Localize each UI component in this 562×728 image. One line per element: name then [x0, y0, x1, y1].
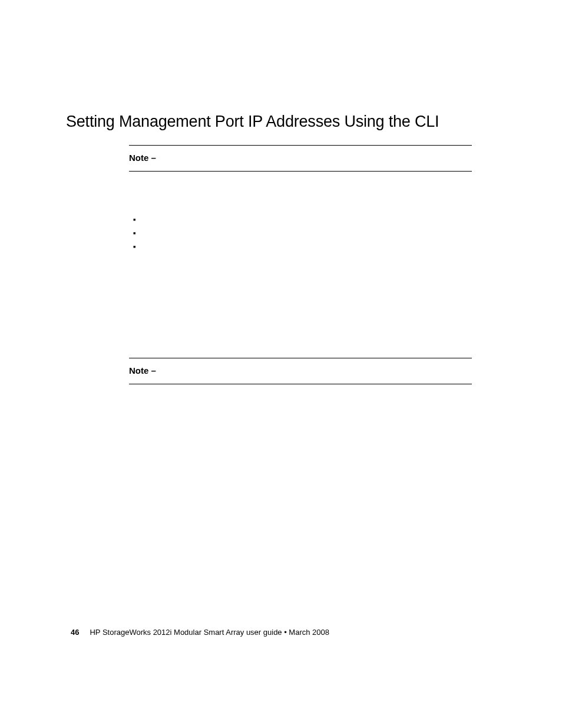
note-label-1: Note –: [129, 153, 472, 163]
bullet-item: [133, 241, 135, 255]
page-footer: 46HP StorageWorks 2012i Modular Smart Ar…: [71, 628, 329, 637]
page-heading: Setting Management Port IP Addresses Usi…: [66, 113, 439, 131]
note-rule-bottom: [129, 171, 472, 172]
page-number: 46: [71, 628, 79, 637]
bullet-item: [133, 214, 135, 228]
bullet-list: [133, 214, 135, 255]
note-rule-top: [129, 145, 472, 146]
note-rule-top: [129, 358, 472, 358]
note-block-1: Note –: [129, 145, 472, 172]
note-block-2: Note –: [129, 358, 472, 384]
note-rule-bottom: [129, 384, 472, 384]
note-label-2: Note –: [129, 365, 472, 375]
footer-text: HP StorageWorks 2012i Modular Smart Arra…: [90, 628, 329, 637]
bullet-item: [133, 228, 135, 241]
